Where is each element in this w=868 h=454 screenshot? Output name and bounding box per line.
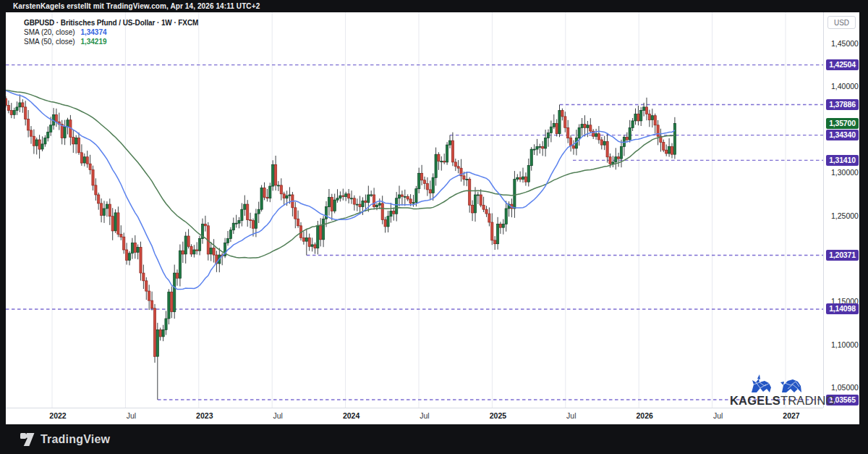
time-tick-label: 2026 (637, 411, 653, 420)
currency-selector[interactable]: USD (827, 16, 856, 29)
attribution-bar: KarstenKagels erstellt mit TradingView.c… (13, 0, 260, 12)
time-tick-label: Jul (273, 411, 282, 420)
chart-export-window: KarstenKagels erstellt mit TradingView.c… (0, 0, 868, 454)
sma20-value: 1,34374 (80, 28, 106, 36)
time-tick-label: 2025 (490, 411, 506, 420)
level-price-badge: 1,31410 (826, 155, 859, 166)
tradingview-logo: TradingView (20, 431, 110, 448)
sma50-value: 1,34219 (80, 38, 106, 46)
sma20-label: SMA (20, close) (24, 28, 75, 36)
chart-panel: GBPUSD · Britisches Pfund / US-Dollar · … (6, 12, 859, 424)
level-price-badge: 1,14098 (826, 303, 859, 314)
sma50-legend-row: SMA (50, close) 1,34219 (24, 38, 198, 46)
level-price-badge: 1,37886 (826, 99, 859, 110)
candlestick-chart-canvas[interactable] (6, 12, 823, 408)
level-price-badge: 1,20371 (826, 250, 859, 261)
kagels-trading-logo: KAGELSTRADING (726, 371, 830, 411)
price-tick-label: 1,10000 (831, 340, 859, 349)
time-tick-label: 2023 (196, 411, 213, 420)
price-axis[interactable]: USD 1,450001,400001,300001,250001,150001… (823, 12, 859, 408)
time-tick-label: Jul (566, 411, 576, 420)
sma20-legend-row: SMA (20, close) 1,34374 (24, 28, 198, 36)
kagels-wordmark: KAGELSTRADING (730, 394, 827, 408)
tradingview-wordmark: TradingView (41, 433, 110, 446)
time-tick-label: 2024 (343, 411, 359, 420)
level-price-badge: 1,42504 (826, 59, 859, 70)
sma50-label: SMA (50, close) (24, 38, 75, 46)
last-price-badge: 1,35700 (826, 118, 859, 129)
price-tick-label: 1,40000 (831, 82, 859, 91)
price-tick-label: 1,30000 (831, 168, 859, 177)
price-tick-label: 1,05000 (831, 383, 859, 392)
time-tick-label: Jul (420, 411, 429, 420)
symbol-title: GBPUSD · Britisches Pfund / US-Dollar · … (24, 19, 198, 27)
time-axis[interactable]: 2022Jul2023Jul2024Jul2025Jul2026Jul2027 (6, 408, 823, 424)
chart-legend: GBPUSD · Britisches Pfund / US-Dollar · … (24, 19, 198, 46)
level-price-badge: 1,34340 (826, 130, 859, 140)
tradingview-icon (20, 433, 35, 447)
bull-bear-icon (750, 373, 807, 395)
time-tick-label: 2027 (783, 411, 799, 420)
time-tick-label: 2022 (49, 411, 66, 420)
time-tick-label: Jul (713, 411, 723, 420)
price-tick-label: 1,45000 (831, 39, 859, 48)
time-tick-label: Jul (127, 411, 136, 420)
price-tick-label: 1,25000 (831, 211, 859, 220)
